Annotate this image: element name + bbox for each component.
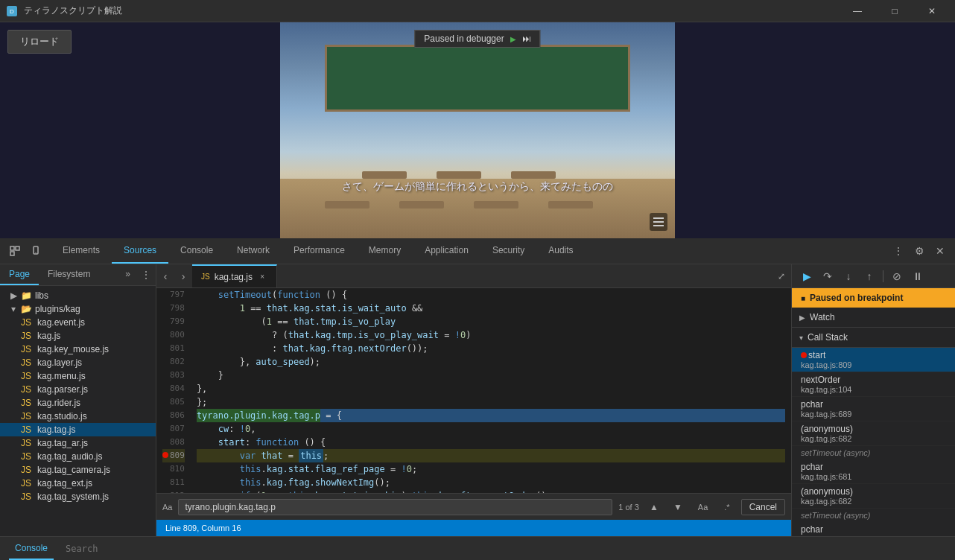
step-over-button[interactable]: ↷	[819, 267, 837, 285]
tree-item-libs[interactable]: ▶ 📁 libs	[0, 289, 156, 302]
devtools-right-icons: ⋮ ⚙ ✕	[889, 242, 949, 260]
callstack-item-pchar-3[interactable]: pchar kag.tag.js:681	[792, 522, 955, 536]
device-toggle-button[interactable]	[27, 242, 45, 260]
desk	[437, 171, 481, 179]
tree-item-kag-tag-js[interactable]: JS kag.tag.js	[0, 423, 156, 436]
code-maximize-button[interactable]: ⤢	[772, 271, 791, 281]
paused-text: Paused in debugger	[424, 34, 504, 44]
debug-toolbar: ▶ ↷ ↓ ↑ ⊘ ⏸	[792, 264, 955, 288]
search-label-icon: Aa	[162, 503, 172, 512]
tree-item-kag-tag-audio-js[interactable]: JS kag.tag_audio.js	[0, 450, 156, 463]
resume-button[interactable]: ▶	[798, 267, 816, 285]
tab-sources[interactable]: Sources	[112, 238, 168, 264]
tree-item-kag-rider-js[interactable]: JS kag.rider.js	[0, 396, 156, 410]
pause-on-exceptions-button[interactable]: ⏸	[909, 267, 927, 285]
tree-item-kag-parser-js[interactable]: JS kag.parser.js	[0, 383, 156, 396]
step-out-button[interactable]: ↑	[860, 267, 878, 285]
resume-icon[interactable]: ▶	[510, 35, 516, 43]
tree-item-kag-menu-js[interactable]: JS kag.menu.js	[0, 369, 156, 383]
tree-item-kag-tag-ext-js[interactable]: JS kag.tag_ext.js	[0, 477, 156, 490]
sidebar-tab-page[interactable]: Page	[0, 264, 39, 285]
tab-audits[interactable]: Audits	[536, 238, 585, 264]
code-content[interactable]: setTimeout(function () { 1 == that.kag.s…	[191, 288, 791, 493]
tab-memory[interactable]: Memory	[357, 238, 413, 264]
game-subtitle: さて、ゲームが簡単に作れるというから、来てみたものの	[280, 180, 675, 194]
code-view[interactable]: 797 798 799 800 801 802 803 804 805 806 …	[156, 288, 791, 493]
tree-item-kag-js[interactable]: JS kag.js	[0, 329, 156, 343]
bottom-panel: Console	[0, 536, 955, 560]
paused-banner: Paused in debugger ▶ ⏭	[414, 30, 540, 48]
search-cancel-button[interactable]: Cancel	[741, 499, 785, 515]
js-file-icon: JS	[21, 424, 31, 435]
console-input[interactable]	[66, 544, 946, 554]
step-into-button[interactable]: ↓	[840, 267, 857, 285]
callstack-item-pchar-2[interactable]: pchar kag.tag.js:681	[792, 459, 955, 484]
cursor-position: Line 809, Column 16	[165, 524, 241, 532]
code-line-802: }, auto_speed);	[197, 355, 785, 369]
reload-button[interactable]: リロード	[7, 30, 72, 54]
tree-item-kag-event-js[interactable]: JS kag.event.js	[0, 316, 156, 329]
file-tree: ▶ 📁 libs ▾ 📂 plugins/kag JS	[0, 286, 156, 536]
top-area: リロード Paused in debugger ▶ ⏭ さて、ゲームが簡単に作れ…	[0, 22, 955, 238]
watch-arrow-icon: ▶	[799, 314, 805, 322]
tree-item-plugins-kag[interactable]: ▾ 📂 plugins/kag	[0, 302, 156, 316]
callstack-item-start[interactable]: start kag.tag.js:809	[792, 348, 955, 372]
search-count: 1 of 3	[618, 503, 639, 512]
js-file-icon: JS	[21, 398, 31, 408]
code-nav-back[interactable]: ‹	[156, 264, 174, 287]
tab-elements[interactable]: Elements	[51, 238, 112, 264]
search-input[interactable]	[178, 499, 612, 515]
tree-item-kag-studio-js[interactable]: JS kag.studio.js	[0, 410, 156, 423]
tree-item-kag-tag-camera-js[interactable]: JS kag.tag_camera.js	[0, 463, 156, 477]
search-next-button[interactable]: ▼	[669, 498, 687, 516]
tree-item-kag-layer-js[interactable]: JS kag.layer.js	[0, 356, 156, 369]
code-line-810: this.kag.stat.flag_ref_page = !0;	[197, 462, 785, 476]
menu-icon[interactable]	[650, 213, 667, 231]
sidebar-tab-more[interactable]: »	[119, 264, 136, 285]
settings-button[interactable]: ⚙	[910, 242, 928, 260]
code-line-801: : that.kag.ftag.nextOrder());	[197, 342, 785, 355]
deactivate-breakpoints-button[interactable]: ⊘	[888, 267, 906, 285]
tab-application[interactable]: Application	[413, 238, 480, 264]
tab-console[interactable]: Console	[168, 238, 225, 264]
paused-on-breakpoint: ■ Paused on breakpoint	[792, 288, 955, 308]
tree-arrow-plugins: ▾	[9, 304, 18, 314]
window-title: ティラノスクリプト解説	[24, 4, 834, 17]
tree-item-kag-key-mouse-js[interactable]: JS kag.key_mouse.js	[0, 343, 156, 356]
more-tools-button[interactable]: ⋮	[889, 242, 907, 260]
code-tabs: ‹ › JS kag.tag.js × ⤢	[156, 264, 791, 288]
desk	[474, 201, 518, 209]
close-devtools-button[interactable]: ✕	[931, 242, 949, 260]
watch-header[interactable]: ▶ Watch	[792, 308, 955, 328]
bottom-tab-console[interactable]: Console	[9, 537, 54, 560]
sidebar-kebab-menu[interactable]: ⋮	[136, 264, 156, 285]
deactivate-icon[interactable]: ⏭	[522, 34, 531, 44]
tab-performance[interactable]: Performance	[282, 238, 357, 264]
callstack-item-pchar-1[interactable]: pchar kag.tag.js:689	[792, 397, 955, 421]
code-tab-icon: JS	[201, 273, 210, 281]
watch-label: Watch	[810, 312, 948, 322]
js-file-icon: JS	[21, 465, 31, 475]
code-line-808: start: function () {	[197, 436, 785, 449]
tab-security[interactable]: Security	[480, 238, 536, 264]
callstack-header[interactable]: ▾ Call Stack	[792, 328, 955, 348]
js-file-icon: JS	[21, 491, 31, 502]
callstack-item-anonymous-1[interactable]: (anonymous) kag.tag.js:682	[792, 421, 955, 446]
inspect-element-button[interactable]	[6, 242, 24, 260]
sidebar-tab-filesystem[interactable]: Filesystem	[39, 264, 99, 285]
match-case-button[interactable]: Aa	[693, 500, 713, 514]
devtools-tabs: Elements Sources Console Network Perform…	[51, 238, 586, 264]
minimize-button[interactable]: —	[840, 0, 875, 22]
tree-item-kag-tag-system-js[interactable]: JS kag.tag_system.js	[0, 490, 156, 503]
callstack-item-anonymous-2[interactable]: (anonymous) kag.tag.js:682	[792, 484, 955, 509]
code-nav-forward[interactable]: ›	[174, 264, 192, 287]
code-tab-close[interactable]: ×	[257, 272, 267, 282]
callstack-item-nextorder[interactable]: nextOrder kag.tag.js:104	[792, 372, 955, 397]
tree-item-kag-tag-ar-js[interactable]: JS kag.tag_ar.js	[0, 436, 156, 450]
tab-network[interactable]: Network	[225, 238, 282, 264]
close-button[interactable]: ✕	[915, 0, 949, 22]
regex-button[interactable]: .*	[719, 500, 735, 514]
search-prev-button[interactable]: ▲	[645, 498, 663, 516]
maximize-button[interactable]: □	[878, 0, 912, 22]
code-tab-kag-tag-js[interactable]: JS kag.tag.js ×	[192, 264, 277, 287]
